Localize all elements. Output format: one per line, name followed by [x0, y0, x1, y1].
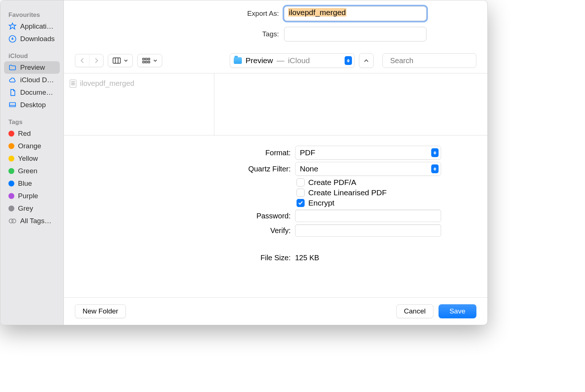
- file-column[interactable]: ilovepdf_merged: [64, 73, 214, 135]
- create-pdfa-checkbox[interactable]: Create PDF/A: [297, 178, 473, 187]
- svg-point-3: [12, 219, 16, 223]
- format-select[interactable]: PDF: [295, 146, 441, 160]
- chevron-down-icon: [153, 59, 157, 62]
- file-row[interactable]: ilovepdf_merged: [67, 78, 211, 89]
- chevron-down-icon: [124, 59, 128, 62]
- sidebar-item-label: All Tags…: [20, 217, 51, 225]
- cancel-button[interactable]: Cancel: [396, 304, 433, 318]
- applications-icon: [8, 22, 17, 30]
- quartz-filter-select[interactable]: None: [295, 162, 441, 176]
- sidebar-section-favourites: Favourites: [4, 9, 60, 20]
- checkbox-label: Encrypt: [308, 199, 334, 207]
- sidebar-tag-all[interactable]: All Tags…: [4, 215, 60, 227]
- format-value: PDF: [300, 148, 315, 157]
- folder-icon: [8, 63, 17, 72]
- updown-icon: [431, 148, 439, 157]
- sidebar-tag-green[interactable]: Green: [4, 165, 60, 177]
- file-preview-column: [214, 73, 487, 135]
- svg-rect-5: [143, 58, 145, 60]
- svg-rect-7: [148, 58, 150, 60]
- sidebar: Favourites Applicati… Downloads iCloud P…: [0, 0, 64, 325]
- file-browser: ilovepdf_merged: [64, 73, 487, 135]
- sidebar-item-label: Orange: [18, 142, 41, 150]
- location-sub: iCloud: [288, 56, 310, 65]
- tag-dot-icon: [8, 206, 14, 211]
- checkbox-icon: [297, 178, 305, 186]
- verify-field[interactable]: [295, 224, 441, 237]
- sidebar-item-icloud-drive[interactable]: iCloud Dri…: [4, 74, 60, 86]
- sidebar-tag-grey[interactable]: Grey: [4, 202, 60, 215]
- nav-back-button[interactable]: [75, 54, 89, 67]
- svg-rect-6: [145, 58, 147, 60]
- downloads-icon: [8, 35, 17, 43]
- tag-dot-icon: [8, 156, 14, 161]
- updown-icon: [431, 164, 439, 173]
- sidebar-item-label: Grey: [18, 204, 33, 213]
- file-size-value: 125 KB: [295, 254, 319, 262]
- sidebar-tag-blue[interactable]: Blue: [4, 177, 60, 190]
- sidebar-item-label: Yellow: [18, 155, 38, 163]
- button-label: Save: [450, 307, 465, 315]
- sidebar-item-label: Preview: [20, 63, 45, 72]
- svg-rect-4: [113, 58, 120, 63]
- updown-icon: [345, 56, 352, 65]
- sidebar-item-label: Green: [18, 167, 37, 175]
- quartz-filter-label: Quartz Filter:: [79, 165, 291, 173]
- main-panel: Export As: ilovepdf_merged Tags:: [64, 0, 487, 325]
- svg-rect-1: [10, 103, 16, 107]
- folder-icon: [234, 57, 242, 64]
- desktop-icon: [8, 101, 17, 109]
- verify-label: Verify:: [79, 226, 291, 235]
- sidebar-item-documents[interactable]: Documents: [4, 86, 60, 99]
- tag-dot-icon: [8, 168, 14, 174]
- svg-rect-9: [145, 61, 147, 63]
- tags-label: Tags:: [75, 30, 279, 38]
- all-tags-icon: [8, 217, 17, 225]
- export-as-value: ilovepdf_merged: [288, 8, 346, 17]
- export-as-field[interactable]: ilovepdf_merged: [284, 6, 426, 21]
- format-label: Format:: [79, 149, 291, 157]
- sidebar-item-downloads[interactable]: Downloads: [4, 33, 60, 45]
- sidebar-tag-orange[interactable]: Orange: [4, 140, 60, 152]
- nav-forward-button[interactable]: [89, 54, 103, 67]
- collapse-sheet-button[interactable]: [359, 53, 374, 68]
- cloud-icon: [8, 76, 17, 84]
- sidebar-item-label: iCloud Dri…: [20, 76, 55, 84]
- sidebar-item-label: Purple: [18, 192, 38, 200]
- tag-dot-icon: [8, 193, 14, 199]
- checkbox-label: Create PDF/A: [308, 178, 356, 187]
- tags-field[interactable]: [284, 27, 426, 41]
- sidebar-section-tags: Tags: [4, 116, 60, 127]
- create-linearised-checkbox[interactable]: Create Linearised PDF: [297, 188, 473, 197]
- nav-back-forward: [75, 54, 103, 67]
- button-label: Cancel: [404, 307, 426, 315]
- sidebar-item-applications[interactable]: Applicati…: [4, 20, 60, 33]
- document-icon: [8, 88, 17, 97]
- save-button[interactable]: Save: [439, 304, 476, 318]
- document-icon: [70, 80, 76, 88]
- quartz-filter-value: None: [300, 164, 318, 173]
- location-folder: Preview: [246, 56, 273, 65]
- new-folder-button[interactable]: New Folder: [75, 304, 126, 318]
- password-field[interactable]: [295, 210, 441, 222]
- toolbar: Preview — iCloud: [64, 50, 487, 73]
- view-columns-button[interactable]: [108, 54, 133, 67]
- sidebar-tag-yellow[interactable]: Yellow: [4, 152, 60, 165]
- checkbox-label: Create Linearised PDF: [308, 188, 387, 197]
- sidebar-item-desktop[interactable]: Desktop: [4, 99, 60, 111]
- location-popup[interactable]: Preview — iCloud: [230, 53, 355, 68]
- encrypt-checkbox[interactable]: Encrypt: [297, 199, 473, 207]
- tag-dot-icon: [8, 143, 14, 149]
- search-field[interactable]: [382, 53, 476, 68]
- search-input[interactable]: [390, 57, 483, 65]
- tag-dot-icon: [8, 131, 14, 137]
- sidebar-tag-purple[interactable]: Purple: [4, 190, 60, 202]
- sidebar-item-label: Blue: [18, 179, 32, 188]
- export-as-label: Export As:: [75, 10, 279, 18]
- export-dialog: Favourites Applicati… Downloads iCloud P…: [0, 0, 488, 325]
- sidebar-item-preview[interactable]: Preview: [4, 61, 60, 74]
- sidebar-item-label: Applicati…: [20, 22, 54, 30]
- view-grid-button[interactable]: [137, 54, 162, 67]
- sidebar-tag-red[interactable]: Red: [4, 127, 60, 140]
- tag-dot-icon: [8, 181, 14, 186]
